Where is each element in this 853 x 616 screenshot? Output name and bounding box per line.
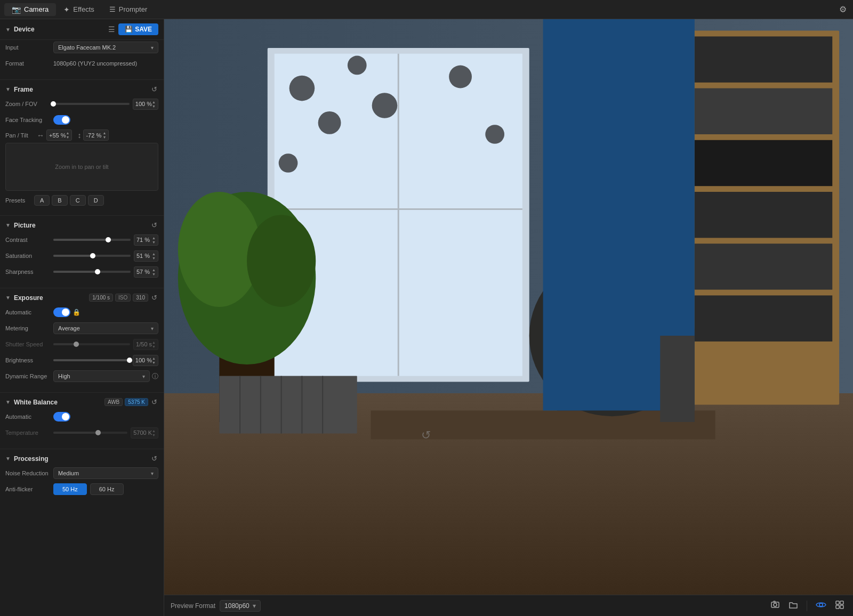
noise-reduction-dropdown[interactable]: Medium ▾ xyxy=(53,467,158,479)
pan-down[interactable]: ▼ xyxy=(66,135,70,139)
tab-camera[interactable]: 📷 Camera xyxy=(4,3,56,16)
processing-section-header[interactable]: ▼ Processing ↺ xyxy=(0,450,164,466)
shutter-speed-slider-fill xyxy=(53,343,76,345)
wb-reset-button[interactable]: ↺ xyxy=(150,398,158,406)
processing-label: Processing xyxy=(14,455,49,463)
input-dropdown[interactable]: Elgato Facecam MK.2 ▾ xyxy=(53,42,158,53)
iso-value-badge: 310 xyxy=(133,294,148,302)
sharpness-label: Sharpness xyxy=(5,269,53,275)
bottom-bar-right xyxy=(768,598,847,614)
wb-section-header[interactable]: ▼ White Balance AWB 5375 K ↺ xyxy=(0,394,164,409)
screenshot-button[interactable] xyxy=(768,598,782,614)
temperature-value-box[interactable]: 5700 K ▲ ▼ xyxy=(131,427,158,439)
temperature-slider-track[interactable] xyxy=(53,432,127,434)
shutter-speed-slider-track[interactable] xyxy=(53,343,130,345)
metering-dropdown-arrow: ▾ xyxy=(151,326,154,331)
zoom-up-arrow[interactable]: ▲ xyxy=(152,100,156,104)
exposure-auto-row: Automatic 🔒 xyxy=(5,306,158,319)
contrast-value-box[interactable]: 71 % ▲ ▼ xyxy=(134,234,158,246)
pan-value-box[interactable]: +55 % ▲ ▼ xyxy=(46,129,72,141)
folder-button[interactable] xyxy=(786,598,800,613)
zoom-slider-track[interactable] xyxy=(53,103,130,105)
exposure-auto-toggle[interactable] xyxy=(53,307,70,317)
metering-dropdown[interactable]: Average ▾ xyxy=(53,322,158,334)
preset-a-button[interactable]: A xyxy=(34,195,50,206)
dynamic-range-dropdown[interactable]: High ▾ xyxy=(53,370,150,382)
dynamic-range-info-icon[interactable]: ⓘ xyxy=(152,372,158,381)
effects-tab-icon: ✦ xyxy=(63,5,70,14)
wb-auto-row: Automatic xyxy=(5,410,158,423)
brightness-value-box[interactable]: 100 % ▲ ▼ xyxy=(133,355,158,366)
contrast-slider-track[interactable] xyxy=(53,239,131,241)
wb-auto-knob xyxy=(62,413,69,420)
sharpness-slider-track[interactable] xyxy=(53,271,131,273)
frame-reset-button[interactable]: ↺ xyxy=(150,85,158,93)
shutter-badge: 1/100 s xyxy=(89,294,113,302)
brightness-slider-fill xyxy=(53,359,130,361)
video-frame: NEXT GEN ↺ xyxy=(164,19,853,595)
wb-header-right: AWB 5375 K ↺ xyxy=(104,398,158,406)
presets-label: Presets xyxy=(5,197,32,204)
preset-b-button[interactable]: B xyxy=(52,195,67,206)
camera-preview: NEXT GEN ↺ xyxy=(164,19,853,595)
svg-rect-33 xyxy=(660,336,695,422)
zoom-down-arrow[interactable]: ▼ xyxy=(152,104,156,108)
chevron-down-icon-wb: ▼ xyxy=(5,399,11,405)
svg-rect-46 xyxy=(840,601,843,604)
processing-reset-button[interactable]: ↺ xyxy=(150,455,158,463)
contrast-value: 71 % xyxy=(136,237,150,243)
dynamic-range-label: Dynamic Range xyxy=(5,373,53,379)
frame-header-left: ▼ Frame xyxy=(5,86,33,93)
tilt-down[interactable]: ▼ xyxy=(103,135,107,139)
saturation-value-box[interactable]: 51 % ▲ ▼ xyxy=(134,250,158,262)
temperature-row: Temperature 5700 K ▲ ▼ xyxy=(5,426,158,439)
divider-2 xyxy=(0,215,164,216)
temperature-label: Temperature xyxy=(5,429,53,436)
frame-label: Frame xyxy=(14,86,33,93)
face-tracking-knob xyxy=(62,116,69,124)
main-area: ▼ Device ☰ 💾 SAVE Input Elgato Facecam M… xyxy=(0,19,853,616)
picture-section-header[interactable]: ▼ Picture ↺ xyxy=(0,217,164,232)
saturation-slider-fill xyxy=(53,255,93,257)
svg-point-12 xyxy=(449,66,472,88)
brightness-slider-track[interactable] xyxy=(53,359,130,361)
preview-format-label: Preview Format xyxy=(171,602,215,610)
preset-d-button[interactable]: D xyxy=(88,195,104,206)
exposure-header-right: 1/100 s ISO 310 ↺ xyxy=(89,294,158,302)
shutter-speed-value-box[interactable]: 1/50 s ▲ ▼ xyxy=(133,339,158,350)
saturation-slider-track[interactable] xyxy=(53,255,131,257)
contrast-slider-fill xyxy=(53,239,108,241)
metering-label: Metering xyxy=(5,325,53,331)
save-button[interactable]: 💾 SAVE xyxy=(118,23,158,35)
pan-up[interactable]: ▲ xyxy=(66,131,70,135)
tilt-value-box[interactable]: -72 % ▲ ▼ xyxy=(83,129,109,141)
hz-50-button[interactable]: 50 Hz xyxy=(53,483,87,495)
tab-effects[interactable]: ✦ Effects xyxy=(56,3,102,16)
tilt-arrows-icon: ↕ xyxy=(77,131,81,140)
hz-60-button[interactable]: 60 Hz xyxy=(90,483,124,495)
exposure-reset-button[interactable]: ↺ xyxy=(150,294,158,302)
sharpness-value-box[interactable]: 57 % ▲ ▼ xyxy=(134,266,158,278)
face-tracking-toggle[interactable] xyxy=(53,115,70,125)
wb-auto-toggle[interactable] xyxy=(53,412,70,422)
svg-point-10 xyxy=(372,93,398,118)
save-label: SAVE xyxy=(135,26,152,33)
preset-c-button[interactable]: C xyxy=(70,195,86,206)
shutter-speed-spinners: ▲ ▼ xyxy=(152,341,156,348)
zoom-value-box[interactable]: 100 % ▲ ▼ xyxy=(133,99,158,110)
svg-point-44 xyxy=(819,603,823,606)
pan-arrows-icon: ↔ xyxy=(37,131,44,140)
preview-format-dropdown[interactable]: 1080p60 ▾ xyxy=(220,600,261,612)
picture-reset-button[interactable]: ↺ xyxy=(150,221,158,229)
exposure-section-header[interactable]: ▼ Exposure 1/100 s ISO 310 ↺ xyxy=(0,289,164,305)
metering-value: Average xyxy=(58,325,80,331)
tilt-up[interactable]: ▲ xyxy=(103,131,107,135)
frame-section-header[interactable]: ▼ Frame ↺ xyxy=(0,81,164,96)
zoom-label: Zoom / FOV xyxy=(5,101,53,107)
view-eye-button[interactable] xyxy=(814,598,828,613)
picture-header-left: ▼ Picture xyxy=(5,222,36,229)
saturation-spinners: ▲ ▼ xyxy=(152,252,156,260)
tab-prompter[interactable]: ☰ Prompter xyxy=(102,3,155,15)
settings-button[interactable]: ⚙ xyxy=(837,2,849,17)
grid-button[interactable] xyxy=(833,598,847,614)
